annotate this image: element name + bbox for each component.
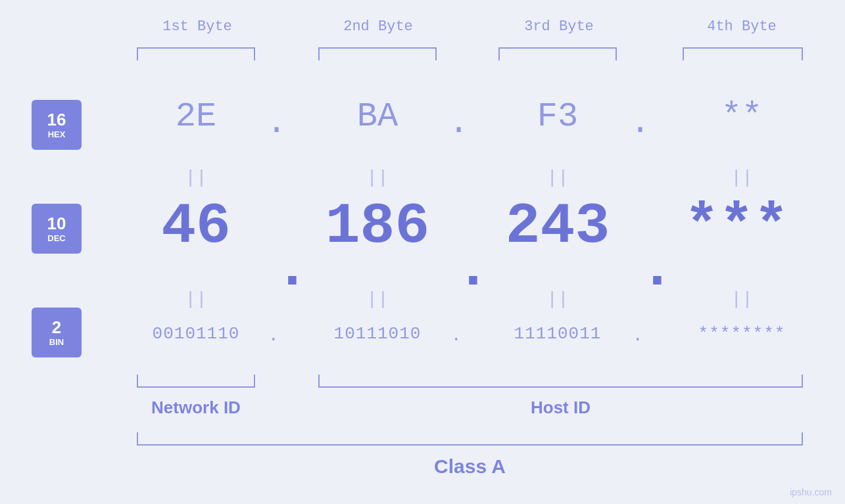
- badge-bin: 2 BIN: [32, 308, 82, 357]
- hex-val-1: 2E: [137, 97, 255, 136]
- bracket-class-a: [137, 432, 803, 446]
- eq-dec-bin-3: ||: [498, 289, 617, 309]
- host-id-label: Host ID: [318, 398, 803, 418]
- badge-bin-num: 2: [52, 319, 61, 336]
- eq-hex-dec-2: ||: [318, 168, 437, 188]
- dec-val-4: ***: [671, 194, 802, 259]
- dec-val-3: 243: [492, 194, 623, 259]
- badge-dec-label: DEC: [47, 233, 65, 243]
- hex-val-2: BA: [318, 97, 437, 136]
- bin-dot-2: .: [451, 326, 462, 346]
- byte-header-2: 2nd Byte: [319, 18, 437, 35]
- byte-header-3: 3rd Byte: [500, 18, 618, 35]
- byte-header-4: 4th Byte: [683, 18, 801, 35]
- byte-header-1: 1st Byte: [138, 18, 256, 35]
- badge-hex: 16 HEX: [32, 100, 82, 150]
- main-container: 1st Byte 2nd Byte 3rd Byte 4th Byte 16 H…: [0, 0, 845, 504]
- bin-dot-3: .: [633, 326, 643, 346]
- top-bracket-1: [137, 47, 255, 60]
- dec-dot-1: .: [275, 237, 310, 302]
- hex-val-3: F3: [498, 97, 617, 136]
- bracket-network-id: [137, 375, 255, 388]
- dec-dot-3: .: [640, 237, 675, 302]
- badge-hex-num: 16: [47, 111, 66, 128]
- eq-dec-bin-2: ||: [318, 289, 437, 309]
- bin-val-4: ********: [683, 324, 801, 344]
- top-bracket-4: [683, 47, 803, 60]
- dec-val-2: 186: [312, 194, 443, 259]
- hex-dot-1: .: [266, 104, 287, 143]
- eq-hex-dec-1: ||: [137, 168, 255, 188]
- badge-dec: 10 DEC: [32, 204, 82, 254]
- hex-dot-3: .: [630, 104, 650, 143]
- hex-val-4: **: [683, 97, 801, 136]
- eq-hex-dec-3: ||: [498, 168, 617, 188]
- top-bracket-3: [498, 47, 617, 60]
- bin-val-1: 00101110: [137, 324, 255, 344]
- dec-dot-2: .: [456, 237, 491, 302]
- dec-val-1: 46: [130, 194, 262, 259]
- badge-bin-label: BIN: [49, 337, 64, 347]
- bin-val-3: 11110011: [498, 324, 617, 344]
- eq-hex-dec-4: ||: [683, 168, 801, 188]
- badge-dec-num: 10: [47, 215, 66, 232]
- network-id-label: Network ID: [137, 398, 255, 418]
- bin-val-2: 10111010: [318, 324, 437, 344]
- watermark: ipshu.com: [790, 487, 832, 497]
- badge-hex-label: HEX: [48, 129, 66, 139]
- bin-dot-1: .: [268, 326, 279, 346]
- bracket-host-id: [318, 375, 803, 388]
- class-a-label: Class A: [137, 455, 803, 478]
- eq-dec-bin-4: ||: [683, 289, 801, 309]
- top-bracket-2: [318, 47, 437, 60]
- eq-dec-bin-1: ||: [137, 289, 255, 309]
- hex-dot-2: .: [448, 104, 469, 143]
